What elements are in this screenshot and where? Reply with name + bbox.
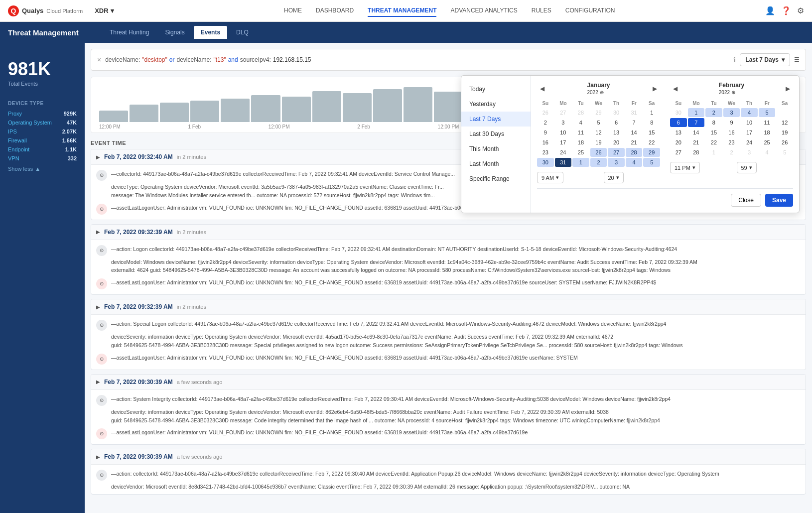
quick-opt-lastmonth[interactable]: Last Month [461, 156, 531, 171]
event-text-4a: —action: System Integrity collectorId: 4… [111, 395, 801, 403]
event-time-5: Feb 7, 2022 09:30:39 AM [104, 453, 173, 460]
alert-icon-4: ⊙ [96, 428, 107, 439]
expand-icon-2[interactable]: ▶ [96, 229, 100, 235]
cal-feb-prev[interactable]: ◀ [670, 84, 680, 93]
quick-opt-last30[interactable]: Last 30 Days [461, 127, 531, 141]
event-header-5[interactable]: ▶ Feb 7, 2022 09:30:39 AM a few seconds … [91, 449, 806, 465]
event-time-2: Feb 7, 2022 09:32:39 AM [104, 229, 173, 236]
chevron-up-icon: ▲ [35, 166, 40, 172]
quick-opt-last7[interactable]: Last 7 Days [461, 112, 531, 127]
chevron-down-icon: ▾ [616, 174, 619, 181]
start-min-select[interactable]: 20 ▾ [604, 172, 624, 183]
nav-advanced-analytics[interactable]: ADVANCED ANALYTICS [450, 5, 517, 17]
nav-configuration[interactable]: CONFIGURATION [565, 5, 615, 17]
xdr-selector[interactable]: XDR ▾ [95, 7, 114, 14]
menu-icon[interactable]: ☰ [794, 56, 800, 63]
nav-home[interactable]: HOME [284, 5, 302, 17]
calendar-february: ◀ February2022 ⊕ ▶ Su Mo Tu We Th Fr [670, 82, 793, 183]
calendars: ◀ January2022 ⊕ ▶ Su Mo Tu We Th Fr [531, 76, 799, 213]
user-icon[interactable]: 👤 [765, 6, 775, 15]
expand-icon-3[interactable]: ▶ [96, 304, 100, 310]
start-hour-select[interactable]: 9 AM ▾ [537, 172, 563, 183]
device-name-endpoint[interactable]: Endpoint [8, 146, 29, 152]
help-icon[interactable]: ❓ [781, 6, 791, 15]
event-footer-text-4: —assetLastLogonUser: Administrator vm: V… [111, 428, 801, 437]
chart-bar [343, 93, 372, 122]
event-group-2: ▶ Feb 7, 2022 09:32:39 AM in 2 minutes ⊙… [91, 224, 806, 295]
expand-icon-1[interactable]: ▶ [96, 154, 100, 160]
device-count-endpoint: 1.1K [65, 146, 77, 152]
cal-jan-prev[interactable]: ◀ [537, 84, 547, 93]
picker-close-button[interactable]: Close [731, 194, 761, 207]
start-time-row: 9 AM ▾ 20 ▾ [537, 172, 660, 183]
tab-dlq[interactable]: DLQ [229, 26, 256, 39]
device-name-os[interactable]: Operating System [8, 120, 52, 126]
date-picker-button[interactable]: Last 7 Days ▾ [740, 53, 790, 66]
tab-events[interactable]: Events [194, 26, 227, 39]
tab-signals[interactable]: Signals [158, 26, 191, 39]
calendar-row: ◀ January2022 ⊕ ▶ Su Mo Tu We Th Fr [537, 82, 793, 183]
tab-threat-hunting[interactable]: Threat Hunting [103, 26, 156, 39]
end-min-selector[interactable]: 59 ▾ [737, 162, 794, 173]
info-icon[interactable]: ℹ [733, 56, 736, 64]
device-row-ips: IPS 2.07K [0, 127, 85, 136]
chart-bar [221, 99, 250, 122]
device-name-ips[interactable]: IPS [8, 128, 17, 134]
quick-opt-thismonth[interactable]: This Month [461, 141, 531, 156]
event-header-2[interactable]: ▶ Feb 7, 2022 09:32:39 AM in 2 minutes [91, 225, 806, 240]
cal-feb-title: February2022 ⊕ [719, 82, 744, 96]
stats-section: 981K Total Events [0, 51, 85, 95]
event-body-4: ⊙ —action: System Integrity collectorId:… [91, 390, 806, 445]
event-header-4[interactable]: ▶ Feb 7, 2022 09:30:39 AM a few seconds … [91, 375, 806, 390]
event-group-3: ▶ Feb 7, 2022 09:32:39 AM in 2 minutes ⊙… [91, 299, 806, 370]
event-time-3: Feb 7, 2022 09:32:39 AM [104, 303, 173, 310]
event-text-3a: —action: Special Logon collectorId: 4491… [111, 320, 801, 328]
nav-dashboard[interactable]: DASHBOARD [316, 5, 354, 17]
device-name-proxy[interactable]: Proxy [8, 111, 22, 117]
collector-icon-2: ⊙ [96, 245, 107, 256]
settings-icon[interactable]: ⚙ [797, 6, 804, 15]
total-events-number: 981K [8, 59, 77, 80]
search-clear-icon[interactable]: × [97, 56, 101, 64]
event-footer-text-3: —assetLastLogonUser: Administrator vm: V… [111, 354, 801, 362]
logo-text: Qualys [22, 7, 43, 14]
nav-threat-management[interactable]: THREAT MANAGEMENT [368, 5, 436, 17]
show-less-button[interactable]: Show less ▲ [0, 163, 85, 175]
device-name-firewall[interactable]: Firewall [8, 137, 27, 143]
event-time-4: Feb 7, 2022 09:30:39 AM [104, 379, 173, 385]
cal-feb-next[interactable]: ▶ [783, 84, 793, 93]
end-min-select[interactable]: 59 ▾ [737, 162, 757, 173]
event-text-2a: —action: Logon collectorId: 449173ae-b06… [111, 245, 801, 254]
event-footer-4: ⊙ —assetLastLogonUser: Administrator vm:… [96, 426, 801, 441]
cal-jan-next[interactable]: ▶ [650, 84, 660, 93]
start-min-selector[interactable]: 20 ▾ [604, 172, 661, 183]
end-hour-selector[interactable]: 11 PM ▾ [670, 162, 727, 173]
search-query[interactable]: deviceName: "desktop" or deviceName: "t1… [105, 56, 729, 63]
expand-icon-4[interactable]: ▶ [96, 379, 100, 385]
quick-opt-today[interactable]: Today [461, 82, 531, 97]
event-text-4c: guid: 54849625-5478-4994-A5BA-3E3B0328C3… [96, 416, 801, 425]
start-hour-selector[interactable]: 9 AM ▾ [537, 172, 594, 183]
event-row-4a: ⊙ —action: System Integrity collectorId:… [96, 393, 801, 408]
date-picker-overlay: Today Yesterday Last 7 Days Last 30 Days… [461, 75, 800, 213]
quick-opt-yesterday[interactable]: Yesterday [461, 97, 531, 112]
event-header-3[interactable]: ▶ Feb 7, 2022 09:32:39 AM in 2 minutes [91, 299, 806, 315]
chart-bar [130, 105, 158, 122]
picker-save-button[interactable]: Save [765, 194, 793, 207]
content-area: × deviceName: "desktop" or deviceName: "… [85, 43, 812, 513]
cloud-platform-text: Cloud Platform [46, 8, 83, 14]
event-text-5b: deviceVendor: Microsoft eventId: 8e8d342… [96, 483, 801, 491]
chart-bar [190, 101, 219, 122]
nav-rules[interactable]: RULES [532, 5, 551, 17]
expand-icon-5[interactable]: ▶ [96, 454, 100, 460]
end-hour-select[interactable]: 11 PM ▾ [670, 162, 700, 173]
picker-actions: Close Save [537, 188, 793, 207]
quick-opt-specific[interactable]: Specific Range [461, 171, 531, 186]
device-name-vpn[interactable]: VPN [8, 155, 19, 161]
event-footer-text-2: —assetLastLogonUser: Administrator vm: V… [111, 278, 801, 287]
device-count-os: 47K [67, 120, 77, 126]
search-right: ℹ Last 7 Days ▾ ☰ [733, 53, 800, 66]
chevron-down-icon: ▾ [749, 164, 752, 171]
collector-icon-5: ⊙ [96, 470, 107, 481]
event-row-5a: ⊙ —action: collectorId: 449173ae-b06a-48… [96, 468, 801, 483]
